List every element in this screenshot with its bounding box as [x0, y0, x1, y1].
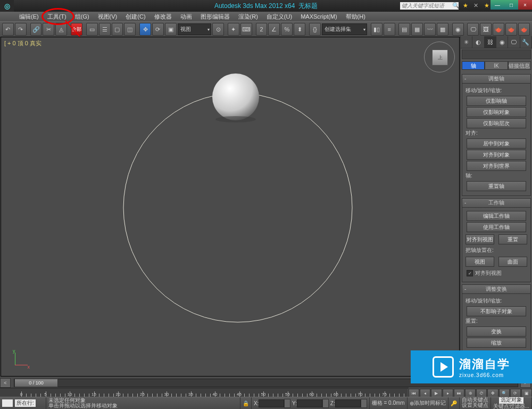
subtab-ik[interactable]: IK [485, 61, 508, 70]
undo-button[interactable]: ↶ [2, 23, 14, 36]
nav-zoom-button[interactable]: 🔍 [499, 389, 510, 398]
align-to-world-button[interactable]: 对齐到世界 [467, 161, 526, 171]
menu-edit[interactable]: 编辑(E) [15, 12, 43, 21]
selection-filter-all[interactable]: 全部 [71, 23, 82, 36]
layer-manager-button[interactable]: ▤ [398, 23, 410, 36]
affect-hierarchy-only-button[interactable]: 仅影响层次 [467, 118, 526, 128]
next-frame-button[interactable]: ▸ [443, 389, 453, 398]
close-button[interactable]: × [518, 0, 532, 10]
minimize-button[interactable]: — [491, 0, 504, 10]
unlink-button[interactable]: ✂ [43, 23, 54, 36]
keyboard-shortcut-button[interactable]: ⌨ [240, 23, 252, 36]
menu-animation[interactable]: 动画 [176, 12, 196, 21]
tab-create-icon[interactable]: ✳ [461, 36, 472, 48]
time-slider-handle[interactable]: 0 / 100 [14, 379, 58, 387]
track-bar[interactable]: 051015202530354045505560657075 [0, 388, 409, 397]
graphite-ribbon-button[interactable]: ▦ [411, 23, 423, 36]
coord-z-spinner[interactable] [361, 399, 367, 408]
selection-lock-icon[interactable]: 🔒 [240, 397, 252, 409]
render-iterative-button[interactable]: 🫖 [505, 23, 517, 36]
coord-z-input[interactable] [335, 399, 361, 407]
menu-create[interactable]: 创建(C) [121, 12, 149, 21]
material-editor-button[interactable]: ◉ [452, 23, 464, 36]
rollout-working-pivot[interactable]: 工作轴 [462, 198, 531, 208]
use-working-pivot-button[interactable]: 使用工作轴 [467, 222, 526, 232]
menu-modifiers[interactable]: 修改器 [150, 12, 176, 21]
render-setup-button[interactable]: 🖵 [467, 23, 479, 36]
reset-scale-button[interactable]: 缩放 [467, 338, 526, 348]
curve-editor-button[interactable]: 〰 [424, 23, 436, 36]
place-pivot-surface-button[interactable]: 曲面 [498, 257, 527, 267]
maximize-button[interactable]: □ [504, 0, 518, 10]
menu-maxscript[interactable]: MAXScript(M) [296, 13, 341, 20]
help-search-input[interactable]: 键入关键字或短语 [400, 2, 459, 10]
edit-named-sel-button[interactable]: {} [309, 23, 321, 36]
use-pivot-center-button[interactable]: ⊙ [212, 23, 224, 36]
tab-modify-icon[interactable]: ◐ [472, 36, 484, 48]
key-filters-button[interactable]: 关键点过滤器... [493, 404, 529, 409]
time-slider-prev[interactable]: < [0, 378, 11, 388]
select-scale-button[interactable]: ▣ [165, 23, 177, 36]
affect-pivot-only-button[interactable]: 仅影响轴 [467, 96, 526, 106]
tab-hierarchy-icon[interactable]: ⛓ [485, 36, 496, 48]
prev-frame-button[interactable]: ◂ [420, 389, 430, 398]
tab-display-icon[interactable]: 🖵 [508, 36, 520, 48]
dont-affect-children-button[interactable]: 不影响子对象 [467, 306, 526, 316]
goto-start-button[interactable]: ⏮ [409, 389, 419, 398]
subtab-pivot[interactable]: 轴 [462, 61, 485, 70]
spinner-snap-button[interactable]: ⬍ [294, 23, 305, 36]
select-move-button[interactable]: ✥ [139, 23, 151, 36]
menu-customize[interactable]: 自定义(U) [262, 12, 296, 21]
play-button[interactable]: ▶ [431, 389, 442, 398]
subscription-icon[interactable]: ★ [463, 2, 470, 10]
coord-y-input[interactable] [297, 399, 322, 407]
select-object-button[interactable]: ▭ [86, 23, 98, 36]
select-rotate-button[interactable]: ⟳ [152, 23, 164, 36]
snaps-percent-button[interactable]: % [281, 23, 293, 36]
link-button[interactable]: 🔗 [30, 23, 42, 36]
object-color-swatch[interactable] [462, 50, 531, 59]
align-to-view-checkbox[interactable]: ✓对齐到视图 [467, 269, 526, 277]
mini-listener-input[interactable]: 所在行: [15, 399, 36, 407]
mini-listener-pink[interactable] [2, 399, 13, 407]
render-production-button[interactable]: 🫖 [493, 23, 504, 36]
reset-pivot-button[interactable]: 重置轴 [467, 181, 526, 191]
subtab-linkinfo[interactable]: 链接信息 [508, 61, 531, 70]
snaps-2d-button[interactable]: 2 [256, 23, 268, 36]
tab-utilities-icon[interactable]: 🔧 [520, 36, 532, 48]
affect-object-only-button[interactable]: 仅影响对象 [467, 107, 526, 117]
schematic-view-button[interactable]: ▩ [437, 23, 448, 36]
render-frame-button[interactable]: 🖼 [480, 23, 492, 36]
coord-y-spinner[interactable] [322, 399, 329, 408]
bind-spacewarp-button[interactable]: ◬ [55, 23, 67, 36]
ref-coord-dropdown[interactable]: 视图 [178, 23, 211, 35]
align-button[interactable]: ≡ [384, 23, 395, 36]
time-config-button[interactable]: ⏱ [476, 389, 487, 398]
menu-views[interactable]: 视图(V) [94, 12, 122, 21]
menu-group[interactable]: 组(G) [71, 12, 94, 21]
rollout-adjust-transform[interactable]: 调整变换 [462, 284, 531, 294]
app-logo-icon[interactable]: ◎ [0, 0, 14, 12]
select-region-button[interactable]: ▢ [112, 23, 123, 36]
place-pivot-view-button[interactable]: 视图 [466, 257, 494, 267]
coord-x-input[interactable] [259, 399, 284, 407]
named-selset-dropdown[interactable]: 创建选择集 [322, 23, 367, 35]
nav-orbit-button[interactable]: ⟳ [510, 389, 521, 398]
add-time-tag[interactable]: ⊕ 添加时间标记 [408, 397, 448, 409]
align-to-view-button[interactable]: 对齐到视图 [466, 234, 494, 244]
rollout-adjust-pivot[interactable]: 调整轴 [462, 74, 531, 84]
menu-help[interactable]: 帮助(H) [342, 12, 370, 21]
exchange-icon[interactable]: ✕ [473, 2, 481, 10]
viewcube[interactable]: 上 [424, 42, 455, 72]
select-by-name-button[interactable]: ☰ [99, 23, 111, 36]
snaps-angle-button[interactable]: ∠ [268, 23, 280, 36]
center-to-object-button[interactable]: 居中到对象 [467, 138, 526, 149]
search-icon[interactable]: 🔍 [452, 2, 460, 10]
goto-end-button[interactable]: ⏭ [454, 389, 464, 398]
nav-maximize-button[interactable]: ▣ [521, 389, 532, 398]
reset-working-pivot-button[interactable]: 重置 [498, 234, 527, 244]
tab-motion-icon[interactable]: ◉ [496, 36, 508, 48]
reset-transform-button[interactable]: 变换 [467, 326, 526, 337]
select-manipulate-button[interactable]: ✦ [228, 23, 239, 36]
window-crossing-button[interactable]: ◫ [124, 23, 136, 36]
